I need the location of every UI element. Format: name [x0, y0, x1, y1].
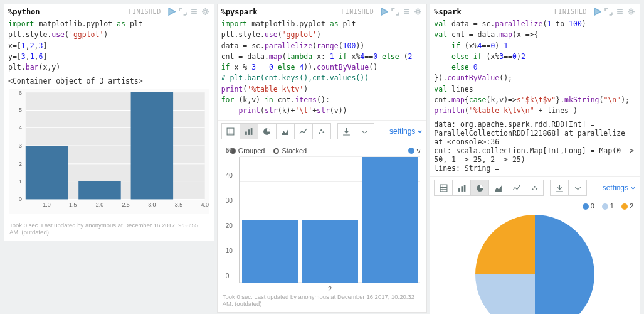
- svg-rect-38: [461, 186, 463, 192]
- viz-area-icon[interactable]: [276, 123, 295, 139]
- list-icon[interactable]: [189, 7, 199, 16]
- code-block[interactable]: import matplotlib.pyplot as plt plt.styl…: [221, 19, 423, 116]
- viz-scatter-icon[interactable]: [525, 180, 544, 196]
- viz-pie-icon[interactable]: [258, 123, 277, 139]
- cell-status: FINISHED: [554, 8, 587, 15]
- bar-chart-area: Grouped Stacked v 0 10 20 30 40 50 2: [218, 142, 427, 290]
- pie-chart: [430, 212, 640, 314]
- svg-text:4: 4: [19, 124, 22, 131]
- interpreter-magic: %python: [8, 8, 40, 16]
- bar-legend: Grouped Stacked v: [230, 147, 421, 154]
- svg-point-42: [534, 186, 536, 188]
- settings-link[interactable]: settings: [389, 127, 423, 136]
- svg-text:4.0: 4.0: [201, 202, 209, 208]
- svg-rect-25: [131, 92, 174, 200]
- code-block[interactable]: import matplotlib.pyplot as plt plt.styl…: [8, 19, 210, 73]
- legend-0[interactable]: 0: [583, 202, 594, 210]
- viz-line-icon[interactable]: [294, 123, 313, 139]
- mode-grouped[interactable]: Grouped: [230, 147, 265, 154]
- svg-rect-37: [458, 188, 460, 191]
- list-icon[interactable]: [615, 7, 625, 16]
- text-output: data: org.apache.spark.rdd.RDD[Int] = Pa…: [434, 120, 636, 173]
- gear-icon[interactable]: [626, 7, 636, 16]
- svg-text:6: 6: [19, 90, 22, 96]
- viz-area-icon[interactable]: [488, 180, 507, 196]
- download-menu-icon[interactable]: [568, 180, 587, 196]
- cell-footnote: Took 0 sec. Last updated by anonymous at…: [218, 290, 427, 312]
- expand-icon[interactable]: [391, 7, 400, 16]
- cell-pyspark: %pyspark FINISHED import matplotlib.pypl…: [217, 4, 428, 313]
- cell-python: %python FINISHED import matplotlib.pyplo…: [4, 4, 214, 241]
- svg-point-34: [323, 131, 325, 133]
- series-v[interactable]: v: [408, 147, 421, 154]
- cell-status: FINISHED: [129, 8, 161, 15]
- download-icon[interactable]: [337, 123, 356, 139]
- svg-text:1: 1: [19, 178, 22, 185]
- gear-icon[interactable]: [201, 7, 210, 16]
- cell-spark: %spark FINISHED val data = sc.paralleliz…: [430, 4, 640, 314]
- svg-point-35: [630, 10, 632, 13]
- play-icon[interactable]: [593, 7, 602, 16]
- expand-icon[interactable]: [604, 7, 613, 16]
- svg-rect-27: [227, 128, 234, 135]
- svg-point-0: [204, 10, 206, 13]
- svg-text:3: 3: [19, 143, 22, 149]
- bar-chart: 0 1 2 3 4 5 6 1.0 1.5 2.0 2.5 3.0 3.5 4.…: [9, 89, 209, 212]
- notebook-board: %python FINISHED import matplotlib.pyplo…: [0, 0, 644, 314]
- svg-text:1.0: 1.0: [43, 202, 50, 208]
- svg-text:5: 5: [19, 107, 22, 114]
- svg-text:2.0: 2.0: [96, 202, 103, 208]
- svg-text:0: 0: [19, 197, 22, 203]
- svg-rect-36: [440, 185, 447, 192]
- code-block[interactable]: val data = sc.parallelize(1 to 100) val …: [434, 19, 636, 116]
- svg-rect-30: [251, 128, 253, 135]
- cell-status: FINISHED: [341, 8, 374, 15]
- interpreter-magic: %pyspark: [221, 8, 258, 16]
- matplotlib-output: 0 1 2 3 4 5 6 1.0 1.5 2.0 2.5 3.0 3.5 4.…: [9, 89, 209, 214]
- svg-point-32: [319, 132, 320, 134]
- gear-icon[interactable]: [413, 7, 423, 16]
- svg-rect-28: [245, 131, 247, 134]
- cell-header: %spark FINISHED: [430, 4, 640, 16]
- mode-stacked[interactable]: Stacked: [273, 147, 307, 154]
- svg-text:2.5: 2.5: [122, 202, 129, 208]
- svg-text:3.0: 3.0: [148, 202, 156, 208]
- svg-rect-24: [78, 181, 121, 200]
- svg-text:1.5: 1.5: [69, 202, 77, 208]
- viz-table-icon[interactable]: [434, 180, 453, 196]
- viz-toolbar: settings: [430, 176, 640, 198]
- svg-rect-29: [248, 129, 250, 135]
- viz-bar-icon[interactable]: [452, 180, 471, 196]
- pie-legend: 0 1 2: [430, 202, 633, 210]
- viz-pie-icon[interactable]: [470, 180, 489, 196]
- svg-rect-39: [464, 185, 466, 192]
- text-output: <Container object of 3 artists>: [8, 77, 210, 85]
- play-icon[interactable]: [167, 7, 176, 16]
- viz-table-icon[interactable]: [221, 123, 240, 139]
- bar-chart: 0 10 20 30 40 50 2: [239, 157, 421, 283]
- settings-link[interactable]: settings: [603, 183, 636, 192]
- svg-text:3.5: 3.5: [175, 202, 182, 208]
- viz-line-icon[interactable]: [507, 180, 525, 196]
- download-icon[interactable]: [550, 180, 569, 196]
- legend-2[interactable]: 2: [621, 202, 633, 210]
- viz-scatter-icon[interactable]: [312, 123, 331, 139]
- legend-1[interactable]: 1: [602, 202, 614, 210]
- svg-rect-23: [26, 146, 68, 199]
- viz-toolbar: settings: [218, 120, 427, 142]
- list-icon[interactable]: [402, 7, 411, 16]
- play-icon[interactable]: [379, 7, 389, 16]
- svg-point-41: [532, 188, 534, 190]
- svg-point-33: [320, 129, 322, 131]
- cell-header: %pyspark FINISHED: [218, 4, 427, 16]
- download-menu-icon[interactable]: [356, 123, 374, 139]
- x-category: 2: [328, 285, 332, 293]
- svg-text:2: 2: [19, 161, 22, 167]
- cell-footnote: Took 0 sec. Last updated by anonymous at…: [4, 218, 214, 241]
- expand-icon[interactable]: [178, 7, 187, 16]
- viz-bar-icon[interactable]: [240, 123, 258, 139]
- interpreter-magic: %spark: [434, 8, 461, 16]
- svg-point-26: [417, 10, 420, 13]
- svg-point-43: [536, 188, 537, 190]
- cell-header: %python FINISHED: [4, 4, 214, 16]
